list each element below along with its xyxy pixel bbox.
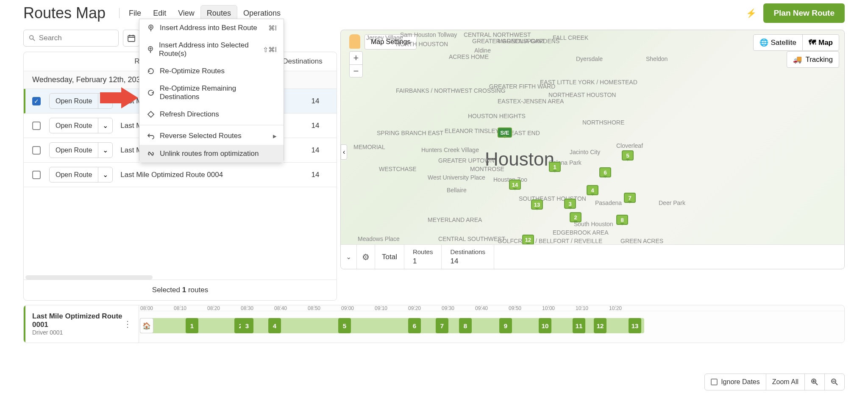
dropdown-label: Unlink routes from optimization: [160, 149, 259, 158]
map-area-label: Aldine: [474, 47, 491, 54]
dropdown-reoptimize-remaining[interactable]: Re-Optimize Remaining Destinations: [139, 80, 284, 105]
map-marker[interactable]: 5: [622, 150, 634, 160]
refresh-icon: [146, 66, 156, 76]
open-route-button[interactable]: Open Route ⌄: [49, 167, 113, 183]
streetview-pegman-icon[interactable]: [349, 34, 360, 49]
map-toggle[interactable]: 🗺 Map: [802, 35, 839, 50]
map-area-label: NORTHSHORE: [582, 119, 624, 126]
open-route-button[interactable]: Open Route ⌄: [49, 118, 113, 133]
bottom-controls: Ignore Dates Zoom All: [704, 374, 845, 390]
map-area-label: FALL CREEK: [553, 34, 588, 41]
date-picker-button[interactable]: [123, 30, 140, 47]
checkbox[interactable]: [32, 122, 41, 130]
map[interactable]: Map Settings 🌐 Satellite 🗺 Map 🚚 Trackin…: [340, 30, 845, 269]
checkbox[interactable]: [32, 146, 41, 155]
map-area-label: MEYERLAND AREA: [428, 216, 482, 223]
satellite-toggle[interactable]: 🌐 Satellite: [754, 35, 802, 50]
stats-collapse-button[interactable]: ⌄: [341, 245, 357, 269]
map-marker[interactable]: 1: [549, 162, 561, 172]
zoom-in-icon: [811, 378, 818, 386]
map-marker[interactable]: 6: [599, 167, 611, 177]
timeline-stop[interactable]: 9: [499, 318, 512, 333]
map-area-label: Deer Park: [659, 199, 685, 206]
timeline-tick: 08:20: [207, 305, 220, 311]
map-area-label: GREATER FIFTH WARD: [489, 83, 555, 90]
timeline-tick: 08:50: [308, 305, 320, 311]
checkbox[interactable]: [32, 171, 41, 179]
dropdown-reverse[interactable]: Reverse Selected Routes ▸: [139, 127, 284, 145]
search-box[interactable]: [23, 30, 119, 47]
more-icon[interactable]: ⋮: [123, 319, 132, 329]
timeline-stop[interactable]: 5: [338, 318, 351, 333]
column-destinations[interactable]: Destinations: [277, 57, 328, 66]
directions-icon: [146, 110, 156, 119]
timeline-stop[interactable]: 1: [186, 318, 198, 333]
map-area-label: FAIRBANKS / NORTHWEST CROSSING: [396, 87, 506, 94]
timeline: Last Mile Optimized Route 0001 Driver 00…: [23, 305, 845, 343]
timeline-track[interactable]: 08:0008:1008:2008:3008:4008:5009:0009:10…: [139, 305, 844, 343]
zoom-out-timeline-button[interactable]: [824, 374, 844, 390]
tracking-button[interactable]: 🚚 Tracking: [787, 51, 839, 68]
undo-icon: [146, 131, 156, 141]
timeline-stop[interactable]: 11: [573, 318, 585, 333]
dropdown-reoptimize[interactable]: Re-Optimize Routes: [139, 62, 284, 80]
map-area-label: GREATER UPTOWN: [438, 157, 495, 164]
map-marker[interactable]: 13: [531, 199, 543, 210]
dropdown-insert-selected[interactable]: Insert Address into Selected Route(s) ⇧⌘…: [139, 37, 284, 62]
map-marker[interactable]: 7: [624, 193, 636, 203]
zoom-in-timeline-button[interactable]: [804, 374, 824, 390]
map-settings-button[interactable]: Map Settings: [364, 34, 417, 50]
timeline-stop[interactable]: 3: [241, 318, 253, 333]
bolt-icon[interactable]: ⚡: [746, 8, 757, 18]
map-marker[interactable]: 8: [616, 215, 628, 225]
timeline-stop[interactable]: 13: [629, 318, 641, 333]
timeline-stop[interactable]: 8: [459, 318, 472, 333]
map-marker[interactable]: S/E: [498, 127, 512, 138]
chevron-down-icon[interactable]: ⌄: [98, 118, 112, 133]
zoom-in-button[interactable]: +: [350, 52, 362, 64]
map-area-label: Sheldon: [646, 55, 668, 62]
timeline-tick: 08:40: [274, 305, 287, 311]
ignore-dates-toggle[interactable]: Ignore Dates: [705, 374, 766, 390]
chevron-down-icon[interactable]: ⌄: [98, 167, 112, 182]
table-row[interactable]: Open Route ⌄ Last Mile Optimized Route 0…: [24, 163, 337, 187]
route-destinations: 14: [303, 146, 328, 155]
dropdown-unlink[interactable]: Unlink routes from optimization: [139, 145, 284, 163]
map-marker[interactable]: 3: [564, 199, 576, 209]
map-area-label: West University Place: [428, 174, 485, 181]
map-marker[interactable]: 4: [587, 185, 598, 195]
dropdown-label: Insert Address into Selected Route(s): [159, 41, 263, 58]
timeline-tick: 09:30: [442, 305, 454, 311]
timeline-tick: 09:50: [509, 305, 521, 311]
timeline-stop[interactable]: 6: [408, 318, 421, 333]
checkbox[interactable]: ✓: [32, 97, 41, 105]
collapse-map-button[interactable]: ‹: [341, 144, 347, 160]
open-route-button[interactable]: Open Route ⌄: [49, 142, 113, 158]
dropdown-label: Insert Address into Best Route: [160, 24, 257, 32]
map-area-label: Jacinto City: [570, 149, 600, 155]
map-type-toggle: 🌐 Satellite 🗺 Map: [753, 34, 839, 51]
stats-settings-button[interactable]: ⚙: [357, 245, 375, 269]
zoom-all-button[interactable]: Zoom All: [766, 374, 804, 390]
timeline-tick: 09:40: [475, 305, 488, 311]
timeline-stop[interactable]: 12: [594, 318, 606, 333]
timeline-home-icon[interactable]: 🏠: [140, 318, 153, 333]
chevron-down-icon[interactable]: ⌄: [98, 143, 112, 158]
zoom-out-button[interactable]: −: [350, 64, 362, 77]
plan-new-route-button[interactable]: Plan New Route: [763, 3, 845, 23]
timeline-route-info[interactable]: Last Mile Optimized Route 0001 Driver 00…: [24, 305, 139, 343]
timeline-tick: 09:20: [408, 305, 421, 311]
map-area-label: GREEN ACRES: [620, 238, 663, 244]
dropdown-refresh-directions[interactable]: Refresh Directions: [139, 105, 284, 123]
dropdown-insert-best[interactable]: Insert Address into Best Route ⌘I: [139, 19, 284, 37]
timeline-route-name: Last Mile Optimized Route 0001: [32, 312, 123, 329]
map-marker[interactable]: 14: [509, 180, 521, 190]
map-marker[interactable]: 2: [570, 212, 581, 222]
timeline-stop[interactable]: 7: [436, 318, 448, 333]
open-route-label: Open Route: [50, 94, 98, 108]
map-marker[interactable]: 12: [522, 235, 534, 245]
timeline-stop[interactable]: 10: [539, 318, 551, 333]
search-input[interactable]: [39, 34, 113, 42]
timeline-stop[interactable]: 4: [268, 318, 281, 333]
horizontal-scrollbar[interactable]: [25, 275, 153, 279]
